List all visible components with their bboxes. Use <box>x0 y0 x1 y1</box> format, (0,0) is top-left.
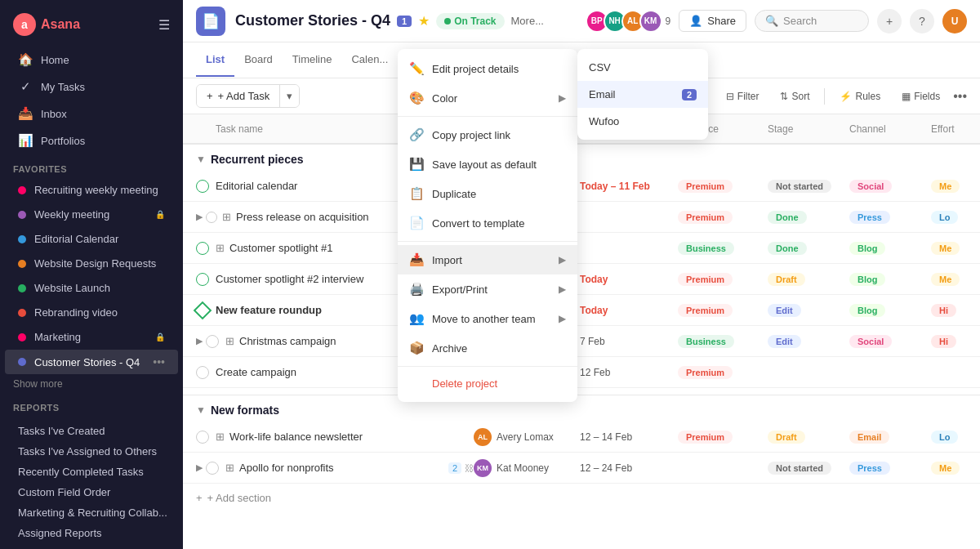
show-more-link[interactable]: Show more <box>0 375 183 393</box>
dropdown-item-export-print[interactable]: 🖨️ Export/Print ▶ <box>398 274 577 304</box>
diamond-icon <box>194 301 212 319</box>
fields-button[interactable]: ▦ Fields <box>893 87 948 106</box>
check-icon: ✓ <box>18 79 33 94</box>
dropdown-item-move-team[interactable]: 👥 Move to another team ▶ <box>398 304 577 333</box>
add-task-chevron[interactable]: ▾ <box>280 85 299 107</box>
table-area: Task name Assignee Due date Audience Sta… <box>183 114 980 549</box>
link-icon: 🔗 <box>409 127 424 142</box>
task-check[interactable] <box>206 462 219 475</box>
chevron-down-icon[interactable]: ▼ <box>196 154 206 165</box>
share-button[interactable]: 👤 Share <box>679 10 746 32</box>
sidebar-item-website-design[interactable]: Website Design Requests <box>5 252 178 275</box>
sidebar-report-tasks-created[interactable]: Tasks I've Created <box>13 421 170 441</box>
chevron-down-icon[interactable]: ▼ <box>196 404 206 416</box>
more-button[interactable]: More... <box>511 15 544 27</box>
sidebar-item-editorial[interactable]: Editorial Calendar <box>5 227 178 251</box>
task-stage: Edit <box>768 304 849 317</box>
dropdown-item-import[interactable]: 📥 Import ▶ <box>398 245 577 274</box>
more-options-button[interactable]: ••• <box>953 89 967 104</box>
sidebar-report-custom-field[interactable]: Custom Field Order <box>13 482 170 502</box>
add-task-label: + Add Task <box>218 90 270 102</box>
task-check[interactable] <box>196 180 209 193</box>
task-check[interactable] <box>206 335 219 348</box>
dropdown-item-color[interactable]: 🎨 Color ▶ <box>398 83 577 113</box>
table-row[interactable]: Create campaign BP Blake Pham 12 Feb Pre… <box>183 357 980 388</box>
dropdown-item-duplicate[interactable]: 📋 Duplicate <box>398 179 577 208</box>
sidebar-menu-icon[interactable]: ☰ <box>158 17 170 33</box>
dropdown-item-archive[interactable]: 📦 Archive <box>398 333 577 363</box>
dropdown-item-save-layout[interactable]: 💾 Save layout as default <box>398 150 577 179</box>
sidebar-item-rebranding[interactable]: Rebranding video <box>5 301 178 324</box>
table-row[interactable]: ▶ ⊞ Press release on acquisition 4 ⛓ Pre… <box>183 202 980 233</box>
sidebar-item-marketing[interactable]: Marketing 🔒 <box>5 325 178 349</box>
sidebar-report-recently-completed[interactable]: Recently Completed Tasks <box>13 462 170 482</box>
submenu-item-csv[interactable]: CSV <box>577 54 708 81</box>
rules-button[interactable]: ⚡ Rules <box>831 87 889 106</box>
asana-logo[interactable]: a Asana <box>13 13 80 36</box>
dropdown-item-copy-link[interactable]: 🔗 Copy project link <box>398 120 577 150</box>
table-row[interactable]: ▶ ⊞ Christmas campaign 6 ⛓ AL Avery Loma… <box>183 326 980 357</box>
status-badge[interactable]: On Track <box>436 13 504 29</box>
task-channel: Press <box>849 211 931 224</box>
user-avatar[interactable]: U <box>942 9 967 33</box>
channel-tag: Social <box>849 335 892 348</box>
effort-tag: Me <box>931 242 960 255</box>
sidebar-item-label: Marketing <box>34 331 147 343</box>
add-task-main[interactable]: + + Add Task <box>197 85 280 107</box>
project-icon: 📄 <box>196 7 225 36</box>
chevron-right-icon[interactable]: ▶ <box>196 336 203 346</box>
help-button[interactable]: ? <box>910 9 934 33</box>
star-icon[interactable]: ★ <box>418 13 430 29</box>
sidebar-item-recruiting[interactable]: Recruiting weekly meeting <box>5 178 178 202</box>
sidebar-report-assigned[interactable]: Assigned Reports <box>13 523 170 543</box>
task-check[interactable] <box>196 431 209 444</box>
avatar: AL <box>474 428 492 446</box>
dropdown-item-convert-template[interactable]: 📄 Convert to template <box>398 208 577 238</box>
table-row[interactable]: ▶ ⊞ Apollo for nonprofits 2 ⛓ KM Kat Moo… <box>183 453 980 484</box>
add-section-button[interactable]: + + Add section <box>183 484 980 512</box>
sidebar-report-tasks-assigned[interactable]: Tasks I've Assigned to Others <box>13 441 170 462</box>
task-effort: Me <box>931 462 980 475</box>
sidebar-item-portfolios[interactable]: 📊 Portfolios <box>5 127 178 154</box>
table-row[interactable]: ⊞ Work-life balance newsletter AL Avery … <box>183 422 980 453</box>
task-check[interactable] <box>196 242 209 255</box>
sidebar-logo-area: a Asana ☰ <box>0 0 183 46</box>
tab-timeline[interactable]: Timeline <box>283 43 342 77</box>
table-row[interactable]: Editorial calendar BP Blake Pham Today –… <box>183 171 980 202</box>
sidebar-item-my-tasks[interactable]: ✓ My Tasks <box>5 74 178 100</box>
table-row[interactable]: Customer spotlight #2 interview NH Nikki… <box>183 264 980 295</box>
add-task-button[interactable]: + + Add Task ▾ <box>196 84 300 108</box>
task-channel: Blog <box>849 304 931 317</box>
sidebar-item-customer-stories[interactable]: Customer Stories - Q4 ••• <box>5 350 178 374</box>
tab-list[interactable]: List <box>196 43 234 77</box>
submenu-item-email[interactable]: Email 2 <box>577 81 708 108</box>
sidebar-item-weekly[interactable]: Weekly meeting 🔒 <box>5 203 178 226</box>
sidebar-report-marketing-collab[interactable]: Marketing & Recruiting Collab... <box>13 502 170 523</box>
sort-button[interactable]: ⇅ Sort <box>772 87 817 106</box>
add-button[interactable]: + <box>877 9 902 33</box>
task-check[interactable] <box>196 366 209 379</box>
filter-button[interactable]: ⊟ Filter <box>718 87 768 106</box>
chevron-right-icon[interactable]: ▶ <box>196 212 203 222</box>
sidebar: a Asana ☰ 🏠 Home ✓ My Tasks 📥 Inbox 📊 Po… <box>0 0 183 549</box>
tab-calendar[interactable]: Calen... <box>341 43 398 77</box>
search-box[interactable]: 🔍 Search <box>755 10 869 32</box>
chevron-right-icon[interactable]: ▶ <box>196 462 203 473</box>
sidebar-item-home[interactable]: 🏠 Home <box>5 47 178 73</box>
dropdown-item-delete[interactable]: Delete project <box>398 370 577 397</box>
dropdown-item-edit-project[interactable]: ✏️ Edit project details <box>398 54 577 83</box>
task-check[interactable] <box>206 212 217 223</box>
dot-icon <box>18 260 26 268</box>
effort-tag: Hi <box>931 335 956 348</box>
sidebar-item-inbox[interactable]: 📥 Inbox <box>5 100 178 127</box>
sidebar-item-website-launch[interactable]: Website Launch <box>5 276 178 300</box>
avatar: KM <box>639 10 662 33</box>
dropdown-divider <box>398 241 577 242</box>
options-icon[interactable]: ••• <box>153 355 165 368</box>
table-row[interactable]: ⊞ Customer spotlight #1 2 ⛓ Business Don… <box>183 233 980 264</box>
table-row[interactable]: New feature roundup KM Kat Mooney Today … <box>183 295 980 326</box>
task-check[interactable] <box>196 273 209 286</box>
submenu-item-wufoo[interactable]: Wufoo <box>577 108 708 135</box>
tab-board[interactable]: Board <box>234 43 283 77</box>
subtask-icon: ⊞ <box>225 462 234 474</box>
